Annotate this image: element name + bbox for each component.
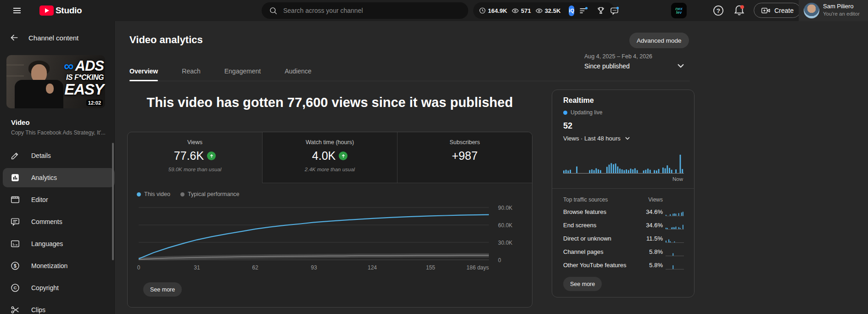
metric-views[interactable]: Views 77.6K 59.0K more than usual (128, 132, 262, 183)
table-row[interactable]: Channel pages 5.8% (563, 245, 684, 258)
sidebar-item-details[interactable]: Details (3, 146, 115, 165)
eye-icon (535, 7, 543, 15)
x-tick: 31 (194, 264, 200, 271)
search-input[interactable] (282, 6, 461, 15)
see-more-button[interactable]: See more (143, 282, 182, 297)
vidiq-badge-icon[interactable]: iQ (569, 6, 574, 16)
help-icon[interactable]: ? (712, 5, 724, 17)
y-tick: 60.0K (498, 222, 512, 229)
advanced-mode-button[interactable]: Advanced mode (629, 33, 689, 48)
table-row[interactable]: Browse features 34.6% (563, 205, 684, 219)
svg-text:C: C (14, 285, 17, 290)
back-header: Channel content (0, 29, 114, 46)
x-axis-ticks: 0 31 62 93 124 155 186 days (139, 264, 489, 271)
svg-text:?: ? (717, 7, 720, 14)
legend-dot (137, 192, 141, 196)
copyright-icon: C (10, 283, 20, 293)
sidebar-item-languages[interactable]: Languages (3, 234, 115, 253)
sidebar-item-copyright[interactable]: C Copyright (3, 278, 115, 297)
sidebar-menu: Details Analytics Editor Comments Langua… (0, 146, 115, 314)
eye-icon (511, 7, 519, 15)
x-tick: 62 (252, 264, 258, 271)
tab-engagement[interactable]: Engagement (224, 63, 261, 81)
x-tick: 124 (368, 264, 377, 271)
user-name: Sam Piliero (823, 3, 853, 10)
subtitles-icon (10, 239, 20, 249)
user-role: You're an editor (823, 11, 860, 17)
chat-icon[interactable] (610, 6, 619, 16)
menu-hamburger-icon[interactable] (11, 5, 23, 16)
date-range-selector[interactable]: Aug 4, 2025 – Feb 4, 2026 Since publishe… (584, 53, 652, 70)
meta-infinity-icon: ∞ (64, 61, 73, 71)
avatar (804, 3, 819, 18)
search-icon (269, 6, 278, 15)
sidebar-item-monetization[interactable]: $ Monetization (3, 256, 115, 275)
increase-arrow-icon (339, 151, 347, 160)
thumbnail-person (46, 84, 54, 94)
thumbnail-title-text: ∞ ADS IS F*CKING EASY (64, 59, 104, 97)
date-range-text: Aug 4, 2025 – Feb 4, 2026 (584, 53, 652, 60)
x-tick: 186 days (466, 264, 489, 271)
sidebar-item-clips[interactable]: Clips (3, 300, 115, 314)
metric-subscribers[interactable]: Subscribers +987 (397, 132, 532, 183)
views-stat-small[interactable]: 571 (511, 7, 531, 15)
sidebar-scrollbar[interactable] (112, 143, 114, 260)
create-button[interactable]: Create (754, 3, 801, 18)
table-header: Top traffic sources Views (563, 194, 684, 205)
views-headline: This video has gotten 77,600 views since… (127, 95, 532, 110)
tab-audience[interactable]: Audience (285, 63, 311, 81)
metric-watch-time[interactable]: Watch time (hours) 4.0K 2.4K more than u… (262, 132, 397, 183)
traffic-sources-table: Top traffic sources Views Browse feature… (563, 194, 684, 272)
realtime-range-selector[interactable]: Views · Last 48 hours (563, 134, 632, 142)
dollar-circle-icon: $ (10, 261, 20, 271)
youtube-studio-logo[interactable]: Studio (39, 6, 82, 16)
channel-content-label: Channel content (28, 34, 78, 42)
x-tick: 155 (426, 264, 435, 271)
legend-typical-performance: Typical performance (180, 191, 240, 197)
video-thumbnail[interactable]: ∞ ADS IS F*CKING EASY 12:02 (6, 55, 105, 108)
watch-time-stat[interactable]: 164.9K (479, 7, 507, 14)
table-row[interactable]: Other YouTube features 5.8% (563, 258, 684, 272)
x-tick: 93 (311, 264, 317, 271)
traffic-sparkline (666, 235, 684, 243)
film-editor-icon (10, 195, 20, 205)
x-tick: 0 (137, 264, 140, 271)
chart-legend: This video Typical performance (137, 191, 240, 197)
increase-arrow-icon (207, 151, 216, 160)
search-bar[interactable] (262, 2, 468, 19)
trophy-icon[interactable] (596, 6, 605, 15)
scissors-icon (10, 305, 20, 314)
create-video-icon (761, 6, 771, 16)
svg-text:$: $ (14, 263, 17, 269)
sort-list-icon[interactable] (578, 6, 588, 16)
video-section-label: Video (11, 118, 30, 126)
table-row[interactable]: End screens 34.6% (563, 219, 684, 232)
back-arrow-icon[interactable] (9, 33, 19, 43)
tab-reach[interactable]: Reach (182, 63, 200, 81)
user-account-card[interactable]: Sam Piliero You're an editor (799, 0, 868, 21)
pencil-icon (10, 151, 20, 161)
y-tick: 90.0K (498, 205, 512, 211)
nexlev-extension-logo[interactable]: nex lev (671, 3, 687, 18)
traffic-sparkline (666, 221, 684, 230)
realtime-status: Updating live (563, 109, 602, 116)
notifications-bell-icon[interactable] (733, 4, 745, 17)
traffic-sparkline (666, 261, 684, 269)
tab-overview[interactable]: Overview (129, 63, 158, 81)
sidebar-item-editor[interactable]: Editor (3, 190, 115, 209)
realtime-panel: Realtime Updating live 52 Views · Last 4… (552, 90, 694, 297)
live-dot-icon (563, 111, 567, 115)
realtime-views-count: 52 (563, 121, 572, 131)
traffic-sparkline (666, 208, 684, 216)
sidebar-item-analytics[interactable]: Analytics (3, 168, 115, 187)
realtime-title: Realtime (563, 96, 594, 105)
views-stat-large[interactable]: 32.5K (535, 7, 561, 15)
analytics-icon (10, 173, 20, 183)
table-row[interactable]: Direct or unknown 11.5% (563, 232, 684, 245)
thumbnail-decor (6, 64, 24, 66)
see-more-button[interactable]: See more (563, 277, 602, 291)
sidebar-item-comments[interactable]: Comments (3, 212, 115, 231)
y-tick: 30.0K (498, 240, 512, 246)
sidebar: Channel content ∞ ADS IS F*CKING EASY 12… (0, 21, 115, 314)
chevron-down-icon[interactable] (675, 60, 687, 72)
